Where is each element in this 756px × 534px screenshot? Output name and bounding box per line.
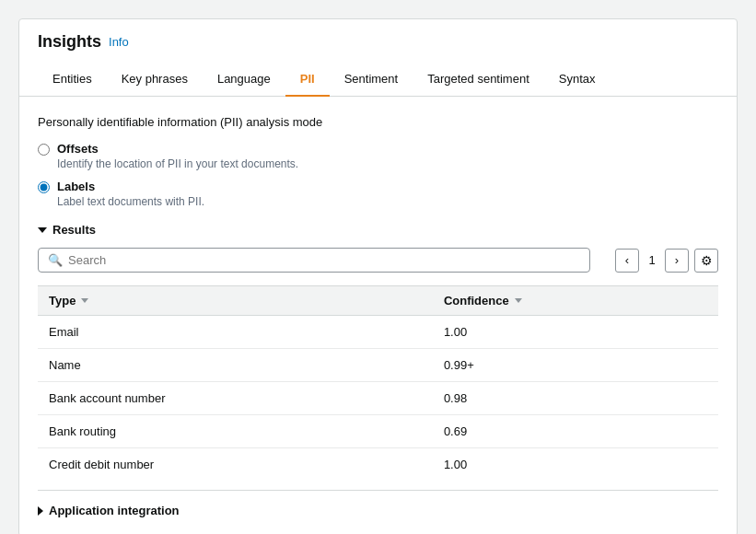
table-row: Name 0.99+ [38, 349, 718, 382]
results-heading: Results [52, 223, 96, 237]
prev-page-button[interactable]: ‹ [615, 249, 639, 273]
offsets-text: Offsets Identify the location of PII in … [57, 142, 298, 170]
card-header: Insights Info [19, 19, 737, 63]
page-title: Insights [38, 32, 101, 52]
cell-confidence: 1.00 [433, 316, 718, 349]
tab-key-phrases[interactable]: Key phrases [107, 63, 203, 97]
tab-pii[interactable]: PII [285, 63, 330, 97]
tab-bar: Entities Key phrases Language PII Sentim… [19, 63, 737, 97]
tab-entities[interactable]: Entities [38, 63, 107, 97]
table-row: Email 1.00 [38, 316, 718, 349]
type-sort-icon [81, 298, 88, 303]
results-table: Type Confidence [38, 285, 718, 481]
table-row: Bank account number 0.98 [38, 382, 718, 415]
cell-confidence: 0.69 [433, 415, 718, 448]
offsets-option[interactable]: Offsets Identify the location of PII in … [38, 142, 718, 170]
tab-language[interactable]: Language [203, 63, 285, 97]
content-area: Personally identifiable information (PII… [19, 97, 737, 534]
app-integration-toggle[interactable]: Application integration [38, 490, 718, 517]
cell-confidence: 1.00 [433, 448, 718, 482]
labels-radio[interactable] [38, 181, 50, 193]
next-page-button[interactable]: › [665, 249, 689, 273]
table-header-row: Type Confidence [38, 286, 718, 316]
cell-type: Bank account number [38, 382, 433, 415]
table-row: Bank routing 0.69 [38, 415, 718, 448]
tab-sentiment[interactable]: Sentiment [330, 63, 413, 97]
cell-type: Bank routing [38, 415, 433, 448]
tab-targeted-sentiment[interactable]: Targeted sentiment [413, 63, 544, 97]
tab-syntax[interactable]: Syntax [544, 63, 611, 97]
app-integration-label: Application integration [49, 504, 180, 517]
search-container: 🔍 [38, 248, 590, 273]
search-icon: 🔍 [48, 253, 63, 267]
search-input[interactable] [68, 253, 580, 267]
pii-section-title: Personally identifiable information (PII… [38, 115, 718, 129]
col-type: Type [38, 286, 433, 316]
app-integration-expand-icon [38, 506, 43, 516]
cell-type: Credit debit number [38, 448, 433, 482]
current-page: 1 [645, 253, 659, 267]
cell-type: Email [38, 316, 433, 349]
pagination: ‹ 1 › ⚙ [615, 249, 718, 273]
table-row: Credit debit number 1.00 [38, 448, 718, 482]
offsets-label: Offsets [57, 142, 298, 156]
labels-label: Labels [57, 180, 204, 193]
analysis-mode-group: Offsets Identify the location of PII in … [38, 142, 718, 208]
results-collapse-icon [38, 227, 47, 233]
labels-option[interactable]: Labels Label text documents with PII. [38, 180, 718, 208]
cell-confidence: 0.99+ [433, 349, 718, 382]
labels-description: Label text documents with PII. [57, 195, 204, 208]
offsets-description: Identify the location of PII in your tex… [57, 157, 298, 170]
info-link[interactable]: Info [109, 35, 129, 49]
col-confidence: Confidence [433, 286, 718, 316]
insights-card: Insights Info Entities Key phrases Langu… [18, 18, 738, 534]
labels-text: Labels Label text documents with PII. [57, 180, 204, 208]
table-settings-button[interactable]: ⚙ [694, 249, 718, 273]
results-toggle[interactable]: Results [38, 223, 718, 237]
table-body: Email 1.00 Name 0.99+ Bank account numbe… [38, 316, 718, 482]
cell-confidence: 0.98 [433, 382, 718, 415]
results-section: Results 🔍 ‹ 1 › ⚙ [38, 223, 718, 481]
search-row: 🔍 ‹ 1 › ⚙ [38, 248, 718, 273]
confidence-sort-icon [515, 298, 522, 303]
offsets-radio[interactable] [38, 144, 50, 156]
cell-type: Name [38, 349, 433, 382]
